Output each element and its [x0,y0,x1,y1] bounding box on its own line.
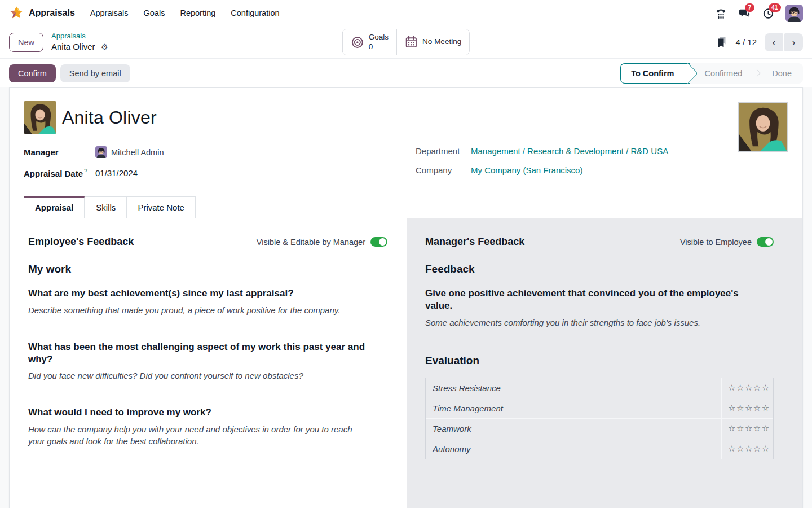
voip-phone-icon[interactable] [714,7,727,19]
employee-name-field[interactable]: Anita Oliver [62,107,157,128]
app-name: Appraisals [29,8,75,18]
appraisals-app-icon [9,6,24,20]
company-value-link[interactable]: My Company (San Francisco) [471,165,582,175]
my-work-heading: My work [28,263,387,275]
activities-clock-icon[interactable]: 41 [762,7,774,19]
evaluation-row-label: Stress Resistance [426,378,721,398]
goals-stat-button[interactable]: Goals 0 [343,29,396,55]
employee-question-2-hint: Did you face new difficulties? Did you c… [28,370,367,382]
table-row: Autonomy ☆☆☆☆☆ [426,439,773,459]
evaluation-row-label: Time Management [426,398,721,418]
send-by-email-button[interactable]: Send by email [60,64,130,82]
nav-item-appraisals[interactable]: Appraisals [90,8,129,17]
table-row: Teamwork ☆☆☆☆☆ [426,418,773,439]
breadcrumb: Appraisals Anita Oliver ⚙ [51,32,108,52]
control-panel: New Appraisals Anita Oliver ⚙ Goals 0 [0,26,812,59]
evaluation-row-label: Autonomy [426,439,721,459]
notebook-tabs: Appraisal Skills Private Note [10,196,802,218]
status-step-to-confirm[interactable]: To Confirm [620,63,690,84]
manager-name-value[interactable]: Mitchell Admin [111,148,164,157]
messages-badge: 7 [745,3,754,12]
calendar-icon [405,36,418,49]
employee-question-1-hint: Describe something that made you proud, … [28,304,367,316]
pager-counter: 4 / 12 [735,37,757,47]
star-rating[interactable]: ☆☆☆☆☆ [721,439,773,459]
nav-item-configuration[interactable]: Configuration [231,8,279,17]
tab-appraisal[interactable]: Appraisal [24,196,85,218]
manager-question-1: Give one positive achievement that convi… [425,287,755,312]
employee-question-3: What would I need to improve my work? [28,406,367,419]
goals-label: Goals [369,33,389,42]
goals-count: 0 [369,42,389,52]
appraisal-date-label: Appraisal Date? [24,168,95,178]
manager-avatar [95,146,107,158]
chevron-right-icon [753,69,761,77]
goals-target-icon [351,36,364,49]
tab-private-note[interactable]: Private Note [127,196,196,218]
appraisal-date-value[interactable]: 01/31/2024 [95,168,138,178]
bookmark-icon[interactable] [717,36,727,48]
top-navbar: Appraisals Appraisals Goals Reporting Co… [0,0,812,26]
messages-icon[interactable]: 7 [738,7,751,19]
employee-feedback-pane: Employee's Feedback Visible & Editable b… [10,218,407,508]
app-brand[interactable]: Appraisals [9,6,75,20]
employee-feedback-title: Employee's Feedback [28,236,134,248]
department-value-link[interactable]: Management / Research & Development / R&… [471,146,668,156]
breadcrumb-parent-link[interactable]: Appraisals [51,32,108,41]
form-statusbar: Confirm Send by email To Confirm Confirm… [0,59,812,87]
manager-feedback-visibility-toggle[interactable] [757,237,774,247]
employee-question-3-hint: How can the company help you with your n… [28,423,367,447]
manager-feedback-title: Manager's Feedback [425,236,524,248]
table-row: Time Management ☆☆☆☆☆ [426,398,773,418]
employee-photo-large[interactable] [738,102,788,152]
appraisal-form-sheet: Anita Oliver Manager [9,87,803,508]
company-label: Company [416,165,471,175]
tab-skills[interactable]: Skills [85,196,127,218]
meeting-label: No Meeting [422,37,461,47]
evaluation-table: Stress Resistance ☆☆☆☆☆ Time Management … [425,378,774,459]
status-step-done[interactable]: Done [761,63,803,84]
feedback-heading: Feedback [425,263,774,275]
department-label: Department [416,146,471,156]
nav-item-goals[interactable]: Goals [144,8,165,17]
star-rating[interactable]: ☆☆☆☆☆ [721,378,773,398]
nav-item-reporting[interactable]: Reporting [180,8,215,17]
manager-feedback-pane: Manager's Feedback Visible to Employee F… [407,218,802,508]
manager-feedback-toggle-label: Visible to Employee [680,238,752,247]
employee-feedback-visibility-toggle[interactable] [370,237,387,247]
status-pipeline: To Confirm Confirmed Done [620,63,803,84]
employee-question-1: What are my best achievement(s) since my… [28,287,367,300]
status-step-confirmed[interactable]: Confirmed [690,63,753,84]
manager-question-1-hint: Some achievements comforting you in thei… [425,317,764,329]
pager-next-button[interactable]: › [784,33,803,51]
employee-avatar-small[interactable] [24,101,56,134]
activities-badge: 41 [769,3,781,12]
star-rating[interactable]: ☆☆☆☆☆ [721,419,773,439]
help-icon[interactable]: ? [84,168,87,174]
employee-feedback-toggle-label: Visible & Editable by Manager [257,238,365,247]
table-row: Stress Resistance ☆☆☆☆☆ [426,378,773,398]
employee-question-2: What has been the most challenging aspec… [28,341,367,366]
user-avatar[interactable] [785,5,803,22]
record-stat-buttons: Goals 0 No Meeting [342,29,470,56]
new-button[interactable]: New [9,33,43,52]
evaluation-row-label: Teamwork [426,419,721,439]
confirm-button[interactable]: Confirm [9,64,56,82]
breadcrumb-current: Anita Oliver [51,42,95,51]
manager-label: Manager [24,147,95,157]
pager-previous-button[interactable]: ‹ [765,33,783,51]
evaluation-heading: Evaluation [425,354,774,367]
gear-icon[interactable]: ⚙ [101,42,108,51]
star-rating[interactable]: ☆☆☆☆☆ [721,398,773,418]
meeting-button[interactable]: No Meeting [396,29,469,55]
